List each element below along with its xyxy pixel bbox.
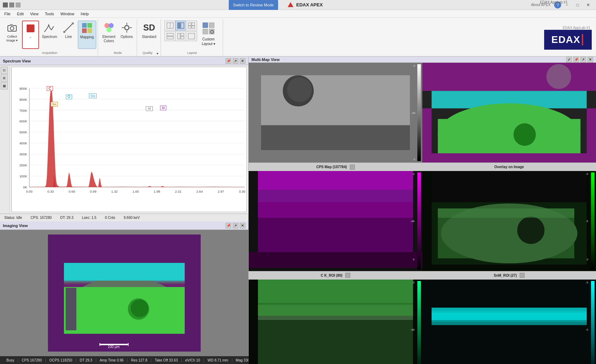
svg-point-128 <box>546 64 571 89</box>
layout-icons <box>164 21 196 41</box>
ribbon: CollectImage ▾ − Spectrum <box>0 18 596 57</box>
svg-point-7 <box>72 22 74 24</box>
svg-rect-129 <box>422 153 596 162</box>
title-bar-center: Switch to Review Mode EDAX APEX <box>229 0 323 10</box>
svg-text:400K: 400K <box>20 142 27 145</box>
layout-btn-1[interactable] <box>164 21 176 31</box>
svg-rect-101 <box>64 281 185 288</box>
spectrum-icon <box>44 22 55 33</box>
svg-text:0.00: 0.00 <box>26 190 33 193</box>
svg-rect-34 <box>203 23 208 28</box>
quality-expand[interactable]: ▾ <box>156 51 159 56</box>
review-mode-button[interactable]: Switch to Review Mode <box>229 0 278 10</box>
menu-edit[interactable]: Edit <box>14 11 27 17</box>
cps-scale-bar: -5 -48 0 <box>416 63 422 162</box>
svg-text:600K: 600K <box>20 120 27 123</box>
svg-text:300K: 300K <box>20 153 27 156</box>
layout-btn-6[interactable] <box>186 31 197 41</box>
menu-view[interactable]: View <box>27 11 42 17</box>
svg-rect-97 <box>48 235 201 263</box>
menu-tools[interactable]: Tools <box>42 11 57 17</box>
spectrum-panel-header: Spectrum View 📌 ↗ ✕ <box>0 57 248 65</box>
spectrum-dt: DT: 29.3 <box>60 216 74 220</box>
svg-text:0.99: 0.99 <box>90 190 96 193</box>
svg-point-2 <box>10 27 14 30</box>
spectrum-button[interactable]: Spectrum <box>40 21 59 49</box>
multimap-float-button[interactable]: ↗ <box>580 57 586 62</box>
svg-rect-152 <box>432 280 587 308</box>
element-colors-button[interactable]: ElementColors <box>100 21 118 49</box>
svg-text:1.32: 1.32 <box>111 190 118 193</box>
svg-rect-10 <box>82 28 87 33</box>
custom-layout-label: CustomLayout ▾ <box>202 37 215 46</box>
svg-rect-155 <box>432 308 587 313</box>
svg-point-13 <box>109 23 114 28</box>
imaging-float-button[interactable]: ↗ <box>233 223 238 228</box>
sn-roi-btn[interactable] <box>520 273 525 278</box>
applab-ribbon-label: EDAX AppLab #1 <box>563 26 592 30</box>
imaging-close-button[interactable]: ✕ <box>240 223 245 228</box>
spectrum-close-button[interactable]: ✕ <box>240 58 245 64</box>
menu-help[interactable]: Help <box>78 11 92 17</box>
svg-text:2.97: 2.97 <box>218 190 224 193</box>
collect-image-button[interactable]: CollectImage ▾ <box>3 21 21 49</box>
stop-button[interactable]: − <box>22 21 39 49</box>
svg-rect-107 <box>66 288 76 330</box>
svg-text:800K: 800K <box>20 98 27 101</box>
svg-point-6 <box>63 31 65 33</box>
svg-line-5 <box>64 23 73 32</box>
multimap-expand-button[interactable]: ⤢ <box>566 57 572 62</box>
mode-group: ElementColors Options Mode <box>99 19 137 56</box>
svg-text:Si: Si <box>162 106 165 110</box>
imaging-panel-header: Imaging View 📌 ↗ ✕ <box>0 221 248 230</box>
sn-roi-scale-bar <box>590 171 596 271</box>
layout-btn-5[interactable] <box>175 31 186 41</box>
svg-rect-24 <box>188 23 191 26</box>
maximize-button[interactable]: □ <box>573 1 583 9</box>
spectrum-status-bar: Status: Idle CPS: 167280 DT: 29.3 Lsec: … <box>0 214 248 221</box>
options-icon <box>121 22 132 33</box>
sd-icon: SD <box>143 22 155 33</box>
title-bar: Switch to Review Mode EDAX APEX About AP… <box>0 0 596 10</box>
layout-btn-3[interactable] <box>186 21 197 31</box>
multimap-pin-button[interactable]: 📌 <box>573 57 579 62</box>
spectrum-zoom-button[interactable]: ⊞ <box>1 75 8 82</box>
multimap-grid: -5 -48 0 CPS Map (107784) <box>249 63 596 364</box>
svg-rect-119 <box>261 75 410 125</box>
svg-text:2.64: 2.64 <box>196 190 203 193</box>
svg-rect-4 <box>27 24 34 32</box>
line-button[interactable]: Line <box>60 21 77 49</box>
cps-map-btn[interactable] <box>350 165 355 170</box>
c-roi-btn[interactable] <box>345 273 350 278</box>
mode-label: Mode <box>100 51 135 56</box>
svg-rect-147 <box>258 320 413 364</box>
custom-layout-button[interactable]: CustomLayout ▾ <box>197 21 220 49</box>
svg-point-12 <box>104 23 109 28</box>
status-cps: CPS 167280 <box>18 358 46 362</box>
layout-btn-4[interactable] <box>164 31 176 41</box>
multimap-controls: ⤢ 📌 ↗ ✕ <box>566 57 593 62</box>
layout-group: CustomLayout ▾ Layout <box>162 19 223 56</box>
layout-btn-2[interactable] <box>175 21 186 31</box>
menu-window[interactable]: Window <box>58 11 77 17</box>
mapping-button[interactable]: Mapping <box>78 21 96 49</box>
spectrum-cursor-button[interactable]: ▦ <box>1 82 8 89</box>
stop-label: − <box>29 35 32 40</box>
spectrum-zoom-fit-button[interactable]: ⊡ <box>1 67 8 74</box>
svg-rect-149 <box>258 303 413 316</box>
imaging-pin-button[interactable]: 📌 <box>226 223 231 228</box>
acquisition-label: Acquisition <box>3 51 96 56</box>
close-button[interactable]: ✕ <box>583 1 593 9</box>
overlay-image <box>422 63 596 162</box>
o-roi-scale-bar <box>416 280 422 364</box>
map-cell-c-roi: -3 -48 0 C K_ROI (80) <box>249 171 422 279</box>
left-panel: Spectrum View 📌 ↗ ✕ ⊡ ⊞ ▦ <box>0 57 249 356</box>
multimap-close-button[interactable]: ✕ <box>587 57 593 62</box>
multimap-title: Multi-Map View <box>251 57 280 62</box>
map-cell-sn-roi: -5 -5 0 SnM_ROI (27) <box>422 171 596 279</box>
sd-button[interactable]: SD Standard <box>139 21 159 49</box>
options-button[interactable]: Options <box>118 21 135 49</box>
spectrum-float-button[interactable]: ↗ <box>233 58 238 64</box>
spectrum-pin-button[interactable]: 📌 <box>226 58 231 64</box>
menu-file[interactable]: File <box>1 11 13 17</box>
